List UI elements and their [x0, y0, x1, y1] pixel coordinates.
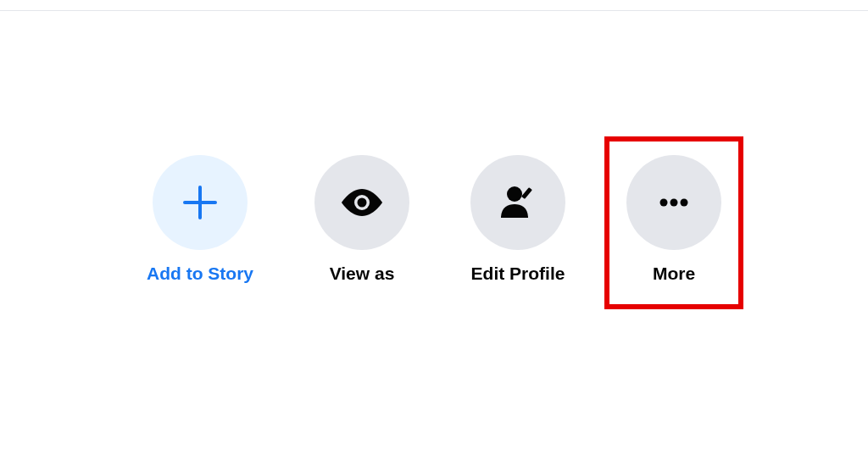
view-as-label: View as [330, 264, 395, 284]
edit-profile-label: Edit Profile [471, 264, 565, 284]
more-button[interactable]: More [626, 155, 721, 284]
view-as-button[interactable]: View as [314, 155, 409, 284]
svg-point-4 [507, 186, 522, 202]
svg-point-7 [670, 198, 678, 206]
user-edit-icon [470, 155, 565, 250]
svg-point-6 [660, 198, 668, 206]
add-to-story-label: Add to Story [147, 264, 253, 284]
dots-icon [626, 155, 721, 250]
top-divider [0, 10, 868, 11]
edit-profile-button[interactable]: Edit Profile [470, 155, 565, 284]
eye-icon [314, 155, 409, 250]
svg-rect-5 [521, 187, 532, 199]
profile-action-row: Add to Story View as Edit Profile [147, 155, 721, 284]
svg-point-3 [358, 197, 367, 207]
more-label: More [653, 264, 695, 284]
plus-icon [153, 155, 248, 250]
svg-point-8 [681, 198, 688, 206]
add-to-story-button[interactable]: Add to Story [147, 155, 253, 284]
